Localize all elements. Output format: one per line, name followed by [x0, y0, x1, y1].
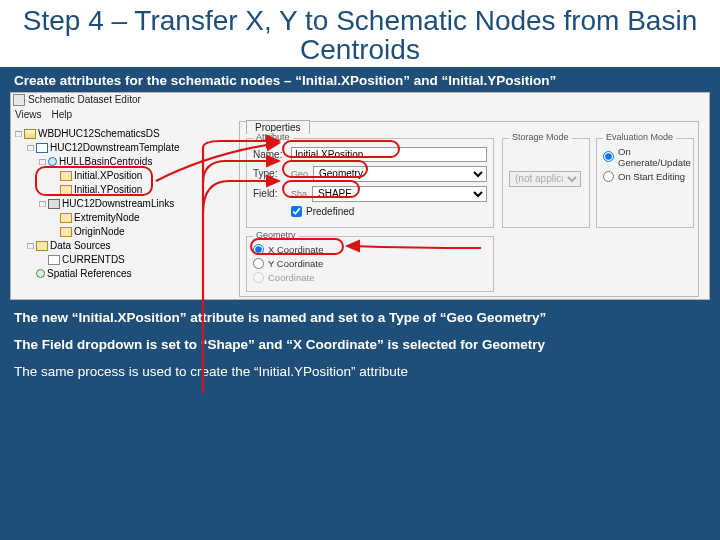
treeview[interactable]: □WBDHUC12SchematicsDS □HUC12DownstreamTe…	[13, 127, 203, 281]
editor-titlebar: Schematic Dataset Editor	[13, 94, 141, 106]
node-class-icon	[48, 157, 57, 166]
type-prefix-badge: Geo	[291, 169, 308, 179]
spatialref-icon	[36, 269, 45, 278]
properties-panel: Properties Attribute Name: Type: Geo Geo…	[239, 121, 699, 297]
attribute-icon	[60, 213, 72, 223]
geom-x[interactable]: X Coordinate	[253, 244, 487, 255]
field-label: Field:	[253, 188, 287, 199]
tree-link-class[interactable]: □HUC12DownstreamLinks	[13, 197, 203, 211]
menubar: Views Help	[15, 109, 72, 120]
evaluation-group: Evaluation Mode On Generate/Update On St…	[596, 138, 694, 228]
eval-on-start[interactable]: On Start Editing	[603, 171, 687, 182]
tree-link-ext[interactable]: ExtremityNode	[13, 211, 203, 225]
tree-root[interactable]: □WBDHUC12SchematicsDS	[13, 127, 203, 141]
editor-panel: Schematic Dataset Editor Views Help □WBD…	[10, 92, 710, 300]
attribute-icon	[60, 227, 72, 237]
attribute-group-label: Attribute	[253, 132, 293, 142]
geom-y[interactable]: Y Coordinate	[253, 258, 487, 269]
body-line-1: The new “Initial.XPosition” attribute is…	[14, 304, 706, 331]
storage-group: Storage Mode (not applicable)	[502, 138, 590, 228]
geometry-group: Geometry X Coordinate Y Coordinate Coord…	[246, 236, 494, 292]
evaluation-group-label: Evaluation Mode	[603, 132, 676, 142]
caption-top: Create attributes for the schematic node…	[0, 67, 720, 92]
name-label: Name:	[253, 149, 287, 160]
folder-icon	[36, 241, 48, 251]
menu-help[interactable]: Help	[52, 109, 73, 120]
body-line-3: The same process is used to create the “…	[14, 358, 706, 385]
predefined-checkbox[interactable]	[291, 206, 302, 217]
datasource-icon	[48, 255, 60, 265]
attribute-group: Attribute Name: Type: Geo Geometry Field…	[246, 138, 494, 228]
type-label: Type:	[253, 168, 287, 179]
geom-coord[interactable]: Coordinate	[253, 272, 487, 283]
attribute-icon	[60, 171, 72, 181]
geometry-group-label: Geometry	[253, 230, 299, 240]
tree-template[interactable]: □HUC12DownstreamTemplate	[13, 141, 203, 155]
predefined-label: Predefined	[306, 206, 354, 217]
field-prefix-badge: Sha	[291, 189, 307, 199]
storage-combo: (not applicable)	[509, 171, 581, 187]
editor-title: Schematic Dataset Editor	[28, 94, 141, 105]
database-icon	[24, 129, 36, 139]
app-icon	[13, 94, 25, 106]
tree-ds-item[interactable]: CURRENTDS	[13, 253, 203, 267]
tree-node-class[interactable]: □HULLBasinCentroids	[13, 155, 203, 169]
attribute-icon	[60, 185, 72, 195]
eval-on-generate[interactable]: On Generate/Update	[603, 146, 687, 168]
body-line-2: The Field dropdown is set to “Shape” and…	[14, 331, 706, 358]
name-input[interactable]	[291, 147, 487, 162]
tree-spatial-ref[interactable]: Spatial References	[13, 267, 203, 281]
tree-data-sources[interactable]: □Data Sources	[13, 239, 203, 253]
field-combo[interactable]: SHAPE	[312, 186, 487, 202]
tree-attr-x[interactable]: Initial.XPosition	[13, 169, 203, 183]
link-class-icon	[48, 199, 60, 209]
tree-link-org[interactable]: OriginNode	[13, 225, 203, 239]
storage-group-label: Storage Mode	[509, 132, 572, 142]
template-icon	[36, 143, 48, 153]
slide-heading: Step 4 – Transfer X, Y to Schematic Node…	[0, 0, 720, 67]
body-text-block: The new “Initial.XPosition” attribute is…	[0, 300, 720, 385]
tree-attr-y[interactable]: Initial.YPosition	[13, 183, 203, 197]
menu-views[interactable]: Views	[15, 109, 42, 120]
type-combo[interactable]: Geometry	[313, 166, 487, 182]
